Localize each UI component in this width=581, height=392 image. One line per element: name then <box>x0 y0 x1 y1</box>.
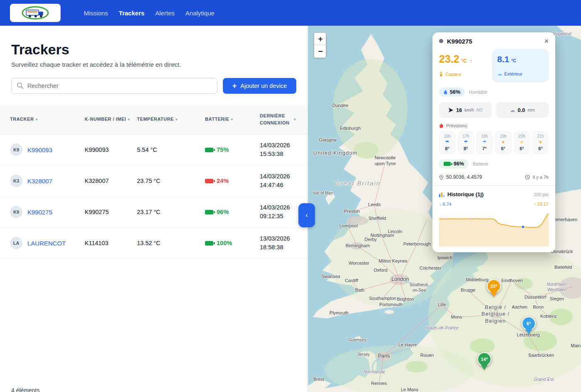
map-marker[interactable]: 14° <box>477 352 491 373</box>
battery-cell: 96% <box>205 209 260 215</box>
droplet-icon <box>444 90 447 95</box>
search-input[interactable] <box>11 78 217 94</box>
column-header[interactable]: Dernière connexion ▾ <box>260 112 299 126</box>
forecast-hour-box: 17h ☂ 8° <box>458 131 474 154</box>
column-header[interactable]: Tracker ▾ <box>10 116 85 123</box>
sort-chevron-icon: ▾ <box>36 117 38 122</box>
truck-globe-icon <box>15 5 56 20</box>
weather-icon: ☂ <box>464 140 468 145</box>
exterior-temp-unit: °C <box>511 58 516 63</box>
battery-icon <box>444 162 451 166</box>
plus-icon: + <box>232 82 237 90</box>
forecast-hour-box: 16h ☂ 8° <box>439 131 455 154</box>
close-icon[interactable]: × <box>544 37 549 45</box>
nav-item[interactable]: Missions <box>84 10 108 17</box>
battery-cell: 24% <box>205 178 260 184</box>
last-connection-cell: 14/03/2026 14:47:46 <box>260 172 299 190</box>
temperature-cell: 5.54 °C <box>137 146 205 153</box>
battery-chip: 96% <box>439 159 469 168</box>
add-device-label: Ajouter un device <box>240 83 287 89</box>
zoom-out-button[interactable]: − <box>314 45 326 58</box>
page-subtitle: Surveillez chaque tracker et accédez à l… <box>11 61 296 68</box>
forecast-hour-box: 21h ☀ 6° <box>532 131 549 154</box>
trackers-panel: Trackers Surveillez chaque tracker et ac… <box>0 26 308 392</box>
zoom-control: + − <box>314 32 326 58</box>
sort-chevron-icon: ▾ <box>294 117 296 122</box>
avatar: K3 <box>10 175 22 187</box>
weather-icon: ☀ <box>538 140 543 145</box>
wind-value: 16 <box>456 107 462 113</box>
temperature-cell: 13.52 °C <box>137 240 205 246</box>
brand-logo[interactable] <box>10 4 61 22</box>
tracker-link[interactable]: K990093 <box>27 146 52 153</box>
column-header[interactable]: K-Number / IMEI ▾ <box>85 116 137 123</box>
precip-value: 0.0 <box>518 107 525 113</box>
temperature-cell: 23.75 °C <box>137 178 205 184</box>
zoom-in-button[interactable]: + <box>314 33 326 45</box>
add-device-button[interactable]: + Ajouter un device <box>223 78 296 94</box>
weather-icon: ☀ <box>520 140 524 145</box>
avatar: LA <box>10 237 22 249</box>
map-marker[interactable]: 6° <box>522 317 536 338</box>
wind-chip: 16 km/h NO <box>439 102 492 118</box>
precip-chip: ☁ 0.0 mm <box>496 102 549 118</box>
main-nav: MissionsTrackersAlertesAnalytique <box>84 10 215 17</box>
table-header: Tracker ▾ K-Number / IMEI ▾ Température … <box>0 105 308 134</box>
battery-icon <box>205 241 213 246</box>
column-header[interactable]: Batterie ▾ <box>205 116 260 123</box>
pin-tail <box>491 292 497 300</box>
forecast-hour-box: 19h ☀ 6° <box>495 131 511 154</box>
table-body: K9 K990093 K990093 5.54 °C 75% 14/03/202… <box>0 134 308 259</box>
forecast-strip: 16h ☂ 8° 17h ☂ 8° 18h ☂ 7° 19h ☀ 6° 20h <box>439 131 549 154</box>
nav-item[interactable]: Trackers <box>119 10 144 17</box>
cloud-icon: ☁ <box>497 71 502 77</box>
popup-title: K990275 <box>447 38 540 45</box>
weather-icon: ☀ <box>501 140 505 145</box>
battery-cell: 100% <box>205 240 260 246</box>
sensor-temp-value: 23.2 <box>439 53 459 65</box>
avatar: K9 <box>10 206 22 218</box>
battery-value: 96% <box>454 161 464 167</box>
weather-icon: ☂ <box>445 140 449 145</box>
trend-up-icon: ↑ <box>470 58 473 64</box>
exterior-temp-value: 8.1 <box>497 54 509 64</box>
tracker-link[interactable]: K990275 <box>27 209 52 216</box>
column-header[interactable]: Température ▾ <box>137 116 205 123</box>
drizzle-icon: ☁ <box>510 107 515 113</box>
forecast-hour-box: 18h ☂ 7° <box>476 131 493 154</box>
sensor-temp-unit: °C <box>461 58 466 64</box>
battery-icon <box>205 210 213 214</box>
wind-direction: NO <box>476 108 483 112</box>
table-row: K9 K990093 K990093 5.54 °C 75% 14/03/202… <box>0 134 308 166</box>
sort-chevron-icon: ▾ <box>128 117 130 122</box>
clock-icon <box>525 175 530 180</box>
tracker-link[interactable]: LAURENCOT <box>27 240 66 247</box>
tracker-popup: K990275 × 23.2 °C ↑ Capteur 8.1 °C ☁ <box>432 32 555 252</box>
divider <box>432 185 555 186</box>
page-title: Trackers <box>11 41 296 58</box>
battery-icon <box>205 148 213 152</box>
items-count: 4 éléments <box>11 387 39 392</box>
nav-item[interactable]: Alertes <box>155 10 175 17</box>
humidity-label: Humidité <box>469 90 487 95</box>
sensor-label: Capteur <box>445 72 461 77</box>
wind-direction-icon <box>448 107 454 113</box>
pin-tail <box>525 329 532 338</box>
tracker-link[interactable]: K328007 <box>27 178 52 185</box>
chevron-left-icon: ‹ <box>305 211 308 219</box>
precip-unit: mm <box>527 107 535 112</box>
map[interactable]: + − RogalandDundeeEdinburghGlasgowUnited… <box>308 26 581 392</box>
avatar: K9 <box>10 144 22 156</box>
table-row: LA LAURENCOT K114103 13.52 °C 100% 13/03… <box>0 228 308 259</box>
weather-icon: ☂ <box>482 140 487 145</box>
history-min: ↓ 6.74 <box>439 202 534 207</box>
forecast-hour-box: 20h ☀ 6° <box>514 131 530 154</box>
collapse-panel-button[interactable]: ‹ <box>298 203 315 227</box>
nav-item[interactable]: Analytique <box>186 10 215 17</box>
top-navbar: MissionsTrackersAlertesAnalytique <box>0 0 581 26</box>
bar-chart-icon <box>439 192 444 197</box>
trackers-table: Tracker ▾ K-Number / IMEI ▾ Température … <box>0 105 308 259</box>
knumber-cell: K990093 <box>85 146 137 153</box>
humidity-value: 56% <box>450 89 460 95</box>
map-marker[interactable]: 23° <box>487 279 501 300</box>
